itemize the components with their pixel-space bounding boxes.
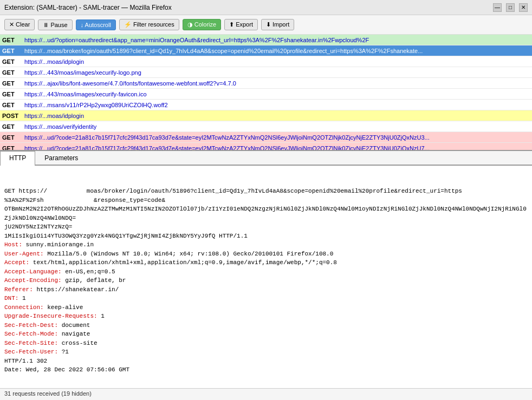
request-url: https://...ud/?code=21a81c7b15f717cfc29f…: [24, 134, 532, 141]
request-method: GET: [0, 69, 24, 76]
detail-line: Accept-Encoding: gzip, deflate, br: [4, 276, 528, 285]
detail-line: %3A%2F%2Fsh &response_type=code&: [4, 196, 528, 205]
detail-line: Connection: keep-alive: [4, 303, 528, 312]
request-url: https://...moas/idplogin: [24, 113, 532, 119]
request-method: POST: [0, 113, 24, 119]
detail-line: Accept-Language: en-US,en;q=0.5: [4, 267, 528, 277]
table-row[interactable]: GEThttps://...moas/idplogin: [0, 56, 532, 67]
title-text: Extension: (SAML-tracer) - SAML-tracer —…: [4, 4, 172, 11]
request-url: https://...443/moas/images/xecurify-logo…: [24, 69, 532, 76]
request-url: https://...ud/?code=21a81c7b15f717cfc29f…: [24, 145, 532, 152]
detail-line: DNT: 1: [4, 294, 528, 303]
pause-button[interactable]: ⏸ Pause: [38, 19, 72, 30]
maximize-button[interactable]: □: [506, 3, 515, 12]
title-bar: Extension: (SAML-tracer) - SAML-tracer —…: [0, 0, 532, 15]
table-row[interactable]: GEThttps://...moas/verifyidentity: [0, 121, 532, 132]
request-url: https://...msans/v11/rP2Hp2ywxg089UriCZO…: [24, 102, 532, 108]
request-method: GET: [0, 58, 24, 65]
detail-line: Host: sunny.miniorange.in: [4, 240, 528, 250]
request-url: https://...moas/broker/login/oauth/51896…: [24, 48, 532, 54]
detail-line: Upgrade-Insecure-Requests: 1: [4, 312, 528, 321]
detail-area: HTTPParameters GET https:// moas/broker/…: [0, 151, 532, 388]
table-row[interactable]: GEThttps://...ud/?option=oauthredirect&a…: [0, 35, 532, 45]
minimize-button[interactable]: —: [493, 3, 502, 12]
detail-line: Sec-Fetch-Dest: document: [4, 321, 528, 330]
table-row[interactable]: GEThttps://...ud/?code=21a81c7b15f717cfc…: [0, 143, 532, 151]
table-row[interactable]: GEThttps://...443/moas/images/xecurify-f…: [0, 89, 532, 100]
detail-line: Referer: https://shanekatear.in/: [4, 285, 528, 294]
request-url: https://...443/moas/images/xecurify-favi…: [24, 91, 532, 97]
autoscroll-button[interactable]: ↓ Autoscroll: [76, 19, 116, 30]
request-url: https://...moas/idplogin: [24, 58, 532, 65]
detail-line: HTTP/1.1 302: [4, 357, 528, 366]
request-method: GET: [0, 80, 24, 87]
tabs: HTTPParameters: [0, 151, 532, 166]
request-method: GET: [0, 102, 24, 108]
detail-line: Sec-Fetch-Site: cross-site: [4, 339, 528, 348]
detail-line: Sec-Fetch-User: ?1: [4, 347, 528, 357]
window-controls: — □ ✕: [493, 3, 528, 12]
table-row[interactable]: GEThttps://...msans/v11/rP2Hp2ywxg089Uri…: [0, 100, 532, 110]
detail-line: OTBmNzM2N2I2OTRhOGUzZDJhNzA2ZTMwMzM1NTI5…: [4, 205, 528, 222]
table-row[interactable]: POSThttps://...moas/idplogin: [0, 110, 532, 121]
request-method: GET: [0, 37, 24, 43]
detail-line: jU2NDY5NzI2NTYzNzQ=: [4, 222, 528, 232]
request-url: https://...moas/verifyidentity: [24, 123, 532, 130]
import-button[interactable]: ⬇ Import: [261, 19, 294, 30]
status-text: 31 requests received (19 hidden): [4, 390, 92, 397]
filter-button[interactable]: ⚡ Filter resources: [119, 19, 179, 30]
request-method: GET: [0, 91, 24, 97]
detail-line: GET https:// moas/broker/login/oauth/518…: [4, 187, 528, 196]
detail-line: Date: Wed, 28 Dec 2022 07:56:06 GMT: [4, 365, 528, 375]
table-row[interactable]: GEThttps://...ud/?code=21a81c7b15f717cfc…: [0, 132, 532, 143]
request-url: https://...ud/?option=oauthredirect&app_…: [24, 37, 532, 43]
toolbar: ✕ Clear ⏸ Pause ↓ Autoscroll ⚡ Filter re…: [0, 15, 532, 35]
request-method: GET: [0, 145, 24, 152]
table-row[interactable]: GEThttps://...ajax/libs/font-awesome/4.7…: [0, 78, 532, 89]
tab-parameters[interactable]: Parameters: [35, 151, 87, 165]
table-row[interactable]: GEThttps://...443/moas/images/xecurify-l…: [0, 67, 532, 78]
colorize-button[interactable]: ◑ Colorize: [183, 19, 221, 30]
detail-line: User-Agent: Mozilla/5.0 (Windows NT 10.0…: [4, 250, 528, 259]
request-url: https://...ajax/libs/font-awesome/4.7.0/…: [24, 80, 532, 87]
request-method: GET: [0, 48, 24, 54]
export-button[interactable]: ⬆ Export: [224, 19, 258, 30]
detail-content: GET https:// moas/broker/login/oauth/518…: [0, 166, 532, 388]
table-row[interactable]: GEThttps://...moas/broker/login/oauth/51…: [0, 45, 532, 56]
tab-http[interactable]: HTTP: [0, 151, 35, 166]
request-method: GET: [0, 134, 24, 141]
status-bar: 31 requests received (19 hidden): [0, 388, 532, 400]
close-button[interactable]: ✕: [519, 3, 528, 12]
request-method: GET: [0, 123, 24, 130]
request-list: GEThttps://...ud/?option=oauthredirect&a…: [0, 35, 532, 151]
detail-line: Sec-Fetch-Mode: navigate: [4, 330, 528, 339]
clear-button[interactable]: ✕ Clear: [4, 19, 35, 30]
detail-line: Accept: text/html,application/xhtml+xml,…: [4, 258, 528, 267]
detail-line: 1MiIsIkgiOi14YTU3OWQ3Yzg0Yzk4NGQ1YTgwZjR…: [4, 232, 528, 241]
